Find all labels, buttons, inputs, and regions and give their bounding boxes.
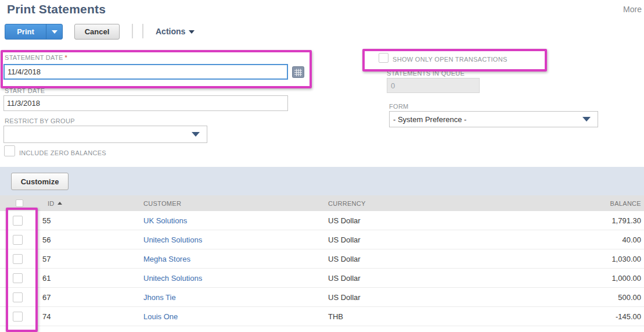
cell-id: 74 bbox=[33, 312, 139, 321]
row-checkbox[interactable] bbox=[13, 312, 23, 322]
print-button[interactable]: Print bbox=[5, 24, 46, 39]
chevron-down-icon bbox=[52, 30, 57, 34]
form-label: FORM bbox=[389, 103, 409, 110]
row-checkbox[interactable] bbox=[13, 216, 23, 226]
toolbar-divider bbox=[132, 24, 133, 38]
row-checkbox[interactable] bbox=[13, 254, 23, 264]
cell-balance: 1,030.00 bbox=[499, 255, 644, 263]
table-row: 57 Megha Stores US Dollar 1,030.00 bbox=[0, 249, 644, 269]
print-dropdown-toggle[interactable] bbox=[46, 24, 62, 39]
column-header-id[interactable]: ID bbox=[33, 200, 139, 207]
table-toolbar-band bbox=[0, 167, 644, 195]
row-checkbox[interactable] bbox=[13, 273, 23, 283]
include-zero-balances-label: INCLUDE ZERO BALANCES bbox=[19, 149, 106, 156]
cell-balance: 1,791.30 bbox=[499, 216, 644, 225]
cell-id: 67 bbox=[33, 293, 139, 302]
cell-balance: -145.00 bbox=[499, 312, 644, 321]
cell-id: 55 bbox=[33, 216, 139, 225]
restrict-by-group-label: RESTRICT BY GROUP bbox=[5, 117, 75, 124]
cell-currency: US Dollar bbox=[322, 255, 499, 263]
actions-label: Actions bbox=[156, 27, 185, 36]
table-header-row: ID CUSTOMER CURRENCY BALANCE bbox=[0, 195, 644, 211]
form-select-value: - System Preference - bbox=[393, 115, 466, 124]
cell-currency: US Dollar bbox=[322, 216, 499, 225]
table-row: 55 UK Solutions US Dollar 1,791.30 bbox=[0, 211, 644, 230]
toolbar-divider bbox=[142, 24, 143, 38]
cell-balance: 40.00 bbox=[499, 235, 644, 244]
table-row: 56 Unitech Solutions US Dollar 40.00 bbox=[0, 230, 644, 249]
restrict-by-group-select[interactable] bbox=[3, 126, 207, 143]
chevron-down-icon bbox=[192, 132, 200, 137]
customize-button[interactable]: Customize bbox=[11, 173, 69, 190]
page-title: Print Statements bbox=[7, 2, 106, 16]
more-link[interactable]: More bbox=[623, 5, 642, 14]
cell-id: 61 bbox=[33, 274, 139, 283]
customer-link[interactable]: Unitech Solutions bbox=[139, 235, 322, 244]
start-date-label: START DATE bbox=[5, 87, 45, 94]
show-only-open-transactions-checkbox[interactable] bbox=[379, 53, 388, 63]
required-asterisk: * bbox=[65, 54, 68, 61]
form-select[interactable]: - System Preference - bbox=[389, 111, 598, 127]
cell-currency: US Dollar bbox=[322, 235, 499, 244]
column-header-balance[interactable]: BALANCE bbox=[499, 200, 644, 207]
statement-date-label: STATEMENT DATE* bbox=[5, 54, 67, 61]
chevron-down-icon bbox=[189, 30, 195, 34]
cell-balance: 500.00 bbox=[499, 293, 644, 302]
cancel-button[interactable]: Cancel bbox=[74, 24, 120, 40]
start-date-input[interactable]: 11/3/2018 bbox=[3, 95, 288, 111]
customer-link[interactable]: Jhons Tie bbox=[139, 293, 322, 302]
cell-balance: 1,000.00 bbox=[499, 274, 644, 283]
calendar-icon[interactable] bbox=[292, 66, 304, 78]
actions-menu[interactable]: Actions bbox=[156, 27, 195, 36]
customer-link[interactable]: Megha Stores bbox=[139, 255, 322, 263]
cell-currency: THB bbox=[322, 312, 499, 321]
column-header-customer[interactable]: CUSTOMER bbox=[139, 200, 322, 207]
table-row: 61 Unitech Solutions US Dollar 1,000.00 bbox=[0, 269, 644, 288]
row-checkbox[interactable] bbox=[13, 235, 23, 245]
column-header-currency[interactable]: CURRENCY bbox=[322, 200, 499, 207]
table-row: 67 Jhons Tie US Dollar 500.00 bbox=[0, 288, 644, 307]
show-only-open-transactions-label: SHOW ONLY OPEN TRANSACTIONS bbox=[393, 56, 508, 63]
statements-in-queue-field: 0 bbox=[387, 78, 480, 93]
cell-id: 56 bbox=[33, 235, 139, 244]
select-all-checkbox[interactable] bbox=[16, 199, 23, 207]
header-checkbox-cell bbox=[0, 199, 33, 207]
cell-id: 57 bbox=[33, 255, 139, 263]
sort-ascending-icon bbox=[57, 202, 62, 205]
statements-in-queue-label: STATEMENTS IN QUEUE bbox=[387, 70, 465, 77]
include-zero-balances-checkbox[interactable] bbox=[4, 145, 15, 156]
statement-date-input[interactable]: 11/4/2018 bbox=[3, 64, 288, 80]
cell-currency: US Dollar bbox=[322, 293, 499, 302]
customer-link[interactable]: UK Solutions bbox=[139, 216, 322, 225]
row-checkbox[interactable] bbox=[13, 292, 23, 302]
customer-link[interactable]: Louis One bbox=[139, 312, 322, 321]
chevron-down-icon bbox=[582, 117, 591, 122]
customer-link[interactable]: Unitech Solutions bbox=[139, 274, 322, 283]
print-split-button[interactable]: Print bbox=[5, 24, 63, 40]
cell-currency: US Dollar bbox=[322, 274, 499, 283]
table-row: 74 Louis One THB -145.00 bbox=[0, 307, 644, 326]
